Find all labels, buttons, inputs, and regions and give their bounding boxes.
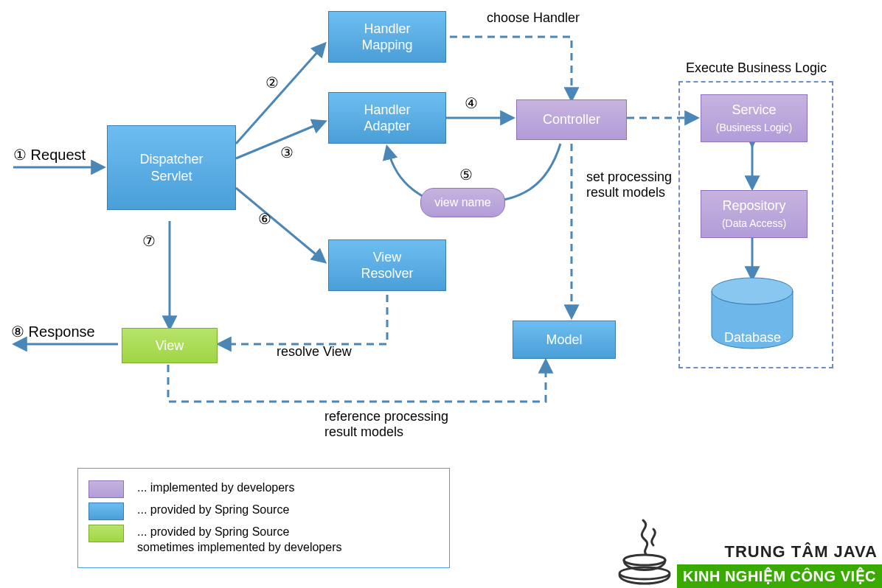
text: Database (724, 330, 781, 345)
label-resolve-view: resolve View (277, 344, 352, 360)
swatch-blue (88, 503, 124, 520)
text: Resolver (361, 266, 413, 281)
text: (Business Logic) (716, 122, 793, 133)
text: Adapter (364, 119, 410, 133)
text: View (373, 250, 402, 265)
step-1: ① Request (13, 146, 86, 164)
step-2: ② (265, 74, 279, 91)
legend-text: ... provided by Spring Sourcesometimes i… (137, 525, 341, 556)
logo: TRUNG TÂM JAVA KINH NGHIỆM CÔNG VIỆC (614, 514, 882, 588)
box-service: Service(Business Logic) (701, 94, 808, 142)
legend-row-mixed: ... provided by Spring Sourcesometimes i… (88, 525, 439, 556)
box-handler-adapter: HandlerAdapter (328, 92, 446, 144)
svg-point-12 (624, 555, 665, 565)
logo-line1: TRUNG TÂM JAVA (677, 541, 882, 564)
java-cup-icon (614, 514, 677, 588)
legend-row-spring: ... provided by Spring Source (88, 503, 439, 520)
legend: ... implemented by developers ... provid… (77, 468, 450, 568)
label-choose-handler: choose Handler (487, 10, 580, 26)
swatch-purple (88, 480, 124, 498)
step-5: ⑤ (459, 166, 473, 183)
text: Repository (722, 198, 785, 213)
step-7: ⑦ (142, 232, 156, 250)
box-view: View (122, 328, 218, 363)
box-view-name: view name (420, 188, 505, 217)
label-ref-models: reference processingresult models (324, 409, 448, 440)
svg-line-1 (236, 44, 324, 144)
label-exec-biz: Execute Business Logic (686, 60, 827, 76)
logo-line2: KINH NGHIỆM CÔNG VIỆC (677, 564, 882, 588)
box-controller: Controller (516, 99, 627, 140)
svg-line-3 (236, 188, 324, 262)
text: Controller (543, 111, 600, 128)
step-4: ④ (465, 94, 478, 112)
text: Model (546, 332, 582, 349)
text: View (156, 337, 184, 354)
label-database: Database (724, 330, 781, 346)
legend-row-developer: ... implemented by developers (88, 480, 439, 498)
box-repository: Repository(Data Access) (701, 190, 808, 238)
text: Handler (364, 102, 410, 117)
step-8: ⑧ Response (11, 323, 95, 340)
text: Dispatcher (139, 152, 203, 167)
box-model: Model (513, 321, 616, 359)
legend-text: ... provided by Spring Source (137, 503, 289, 518)
text: (Data Access) (722, 217, 786, 229)
text: Handler (364, 21, 410, 36)
label-set-models: set processingresult models (586, 169, 672, 200)
text: view name (434, 195, 490, 210)
box-view-resolver: ViewResolver (328, 239, 446, 291)
text: Mapping (361, 38, 412, 52)
legend-text: ... implemented by developers (137, 480, 294, 496)
box-dispatcher-servlet: DispatcherServlet (107, 125, 236, 210)
box-handler-mapping: HandlerMapping (328, 11, 446, 63)
text: Service (732, 102, 776, 117)
step-3: ③ (280, 144, 294, 161)
step-6: ⑥ (258, 210, 271, 228)
swatch-green (88, 525, 124, 542)
text: Servlet (150, 169, 192, 183)
